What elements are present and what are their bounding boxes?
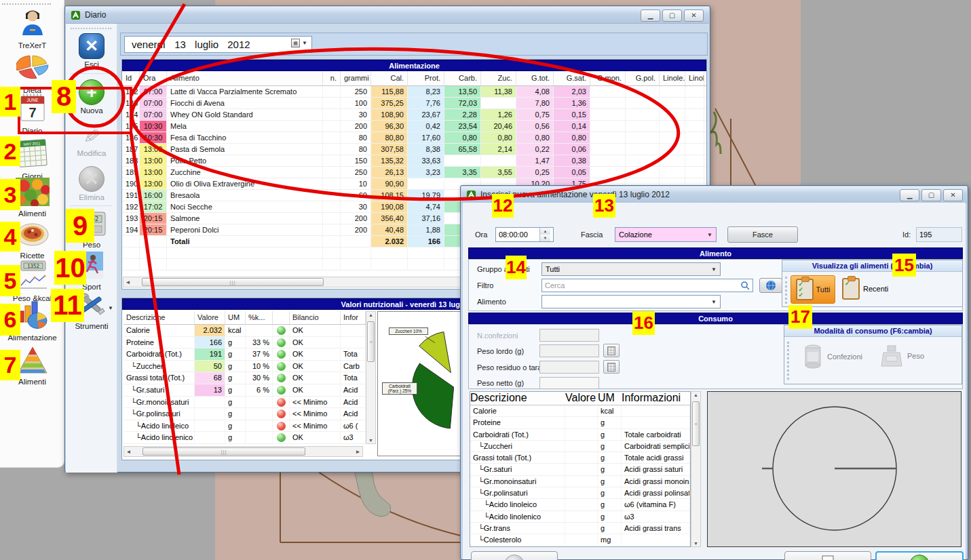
web-search-button[interactable] — [759, 278, 782, 293]
table-row[interactable]: 18307:00Fiocchi di Avena100375,257,7672,… — [122, 98, 706, 109]
app-logo-icon — [71, 10, 81, 20]
scroll-left-arrow[interactable]: ◄ — [123, 279, 132, 285]
table-cell: g — [225, 420, 246, 432]
print-button[interactable] — [784, 551, 871, 560]
date-picker[interactable]: venerdì 13 luglio 2012 ▦ ▼ — [124, 36, 312, 53]
table-row[interactable]: └Gr.polinsaturig<< MinimoAcid — [123, 408, 366, 420]
visualizza-tutti-button[interactable]: ✓✓✓ Tutti — [791, 275, 835, 304]
table-cell — [660, 109, 685, 120]
diario-titlebar[interactable]: Diario ▁ ▢ ✕ — [66, 7, 709, 24]
calendar-dropdown-button[interactable]: ▦ ▼ — [291, 39, 307, 47]
table-row[interactable]: └Gr.monoinsaturig<< MinimoAcid — [123, 397, 366, 409]
search-input[interactable]: Cerca — [541, 279, 753, 292]
table-row[interactable]: └Acido linoleicogω6 (vitamina F) — [470, 499, 690, 511]
table-row[interactable]: 18813:00Pollo Petto150135,3233,631,470,3… — [122, 155, 706, 167]
gruppo-alimenti-select[interactable]: Tutti ▼ — [541, 262, 721, 276]
scroll-up-arrow[interactable]: ▲ — [691, 393, 700, 397]
scroll-thumb[interactable]: ≡ — [692, 401, 700, 446]
confirm-button[interactable]: ✓ — [875, 551, 964, 560]
valori-header-row[interactable]: DescrizioneValoreUM%k...BilancioInfor — [123, 311, 366, 325]
peso-residuo-input[interactable] — [539, 361, 599, 374]
table-row[interactable]: 18610:30Fesa di Tacchino8080,8017,600,80… — [122, 132, 706, 144]
dialog-titlebar[interactable]: Inserisci nuova alimentazione venerdì 13… — [461, 186, 967, 203]
scroll-up-arrow[interactable]: ▲ — [366, 313, 375, 317]
table-row[interactable]: 18713:00Pasta di Semola80307,588,3865,58… — [122, 144, 706, 155]
table-row[interactable]: Grassi totali (Tot.)68g30 %OKTota — [123, 372, 366, 384]
table-row[interactable]: └Gr.polinsaturigAcidi grassi polinsaturi — [470, 487, 690, 499]
scroll-thumb[interactable]: ≡ — [367, 321, 375, 362]
table-cell: 1,88 — [408, 224, 444, 235]
scroll-down-arrow[interactable]: ▼ — [366, 438, 375, 443]
calendar-icon: ▦ — [291, 39, 300, 47]
table-cell: g — [598, 429, 622, 440]
table-row[interactable]: └Gr.saturi13g6 %OKAcid — [123, 384, 366, 397]
modalita-confezioni-button[interactable]: Confezioni — [803, 344, 862, 369]
table-row[interactable]: Calorie2.032kcalOK — [123, 325, 366, 337]
scroll-left-arrow[interactable]: ◄ — [124, 449, 133, 455]
table-cell: Acidi grassi polinsaturi — [622, 487, 690, 498]
nutrition-vscrollbar[interactable]: ▲ ≡ ▼ — [691, 391, 701, 547]
elimina-button[interactable]: ✕ Elimina — [66, 166, 117, 201]
table-row[interactable]: 18510:30Mela20096,300,4223,5420,460,560,… — [122, 121, 706, 132]
peso-lordo-calc-button[interactable] — [603, 344, 620, 357]
table-row[interactable]: Proteine166g33 %OK — [123, 337, 366, 349]
table-row[interactable]: Carboidrati (Tot.)191g37 %OKTota — [123, 348, 366, 361]
toolbar-drag-handle — [71, 28, 111, 29]
table-row[interactable]: └Gr.saturigAcidi grassi saturi — [470, 464, 690, 475]
table-cell: 190 — [122, 178, 140, 189]
strumenti-dropdown-arrow[interactable]: ▼ — [108, 305, 113, 311]
scroll-right-arrow[interactable]: ► — [354, 449, 362, 455]
peso-netto-input[interactable] — [539, 377, 599, 389]
table-row[interactable]: 18407:00Whey ON Gold Standard30108,9023,… — [122, 109, 706, 121]
table-row[interactable]: 18207:00Latte di Vacca Parzialmente Scre… — [122, 86, 706, 98]
back-button[interactable]: ◀ — [471, 551, 558, 560]
table-row[interactable]: Caloriekcal — [470, 405, 690, 417]
table-row[interactable]: └Gr.transgAcidi grassi trans — [470, 523, 690, 534]
sidebar-item-label: TreXerT — [18, 41, 47, 49]
fasce-button[interactable]: Fasce — [727, 226, 798, 243]
maximize-button[interactable]: ▢ — [662, 9, 682, 22]
minimize-button[interactable]: ▁ — [641, 9, 660, 22]
fascia-select[interactable]: Colazione ▼ — [615, 227, 717, 242]
table-cell: 0,80 — [554, 132, 590, 143]
valori-vscrollbar[interactable]: ▲ ≡ ▼ — [366, 311, 376, 444]
peso-lordo-input[interactable] — [539, 344, 599, 357]
table-row[interactable]: └Acido linoleicog<< Minimoω6 ( — [123, 420, 366, 433]
visualizza-recenti-button[interactable]: ✓ Recenti — [842, 278, 888, 300]
table-row[interactable]: └Acido linolenicogω3 — [470, 511, 690, 523]
esci-button[interactable]: ✕ Esci — [66, 33, 117, 68]
peso-residuo-calc-button[interactable] — [603, 360, 620, 374]
table-row[interactable]: └Colesterolomg — [470, 534, 690, 546]
table-row[interactable]: └ZuccherigCarboidrati semplici — [470, 441, 690, 452]
table-row[interactable]: Grassi totali (Tot.)gTotale acidi grassi — [470, 452, 690, 464]
alimento-select[interactable]: ▼ — [541, 295, 721, 308]
time-spinner-buttons[interactable]: ▲▼ — [539, 228, 550, 241]
table-cell — [273, 337, 290, 348]
maximize-button[interactable]: ▢ — [921, 189, 941, 201]
alimentazione-header-row[interactable]: IdOraAlimenton.grammiCal.Prot.Carb.Zuc.G… — [122, 71, 706, 86]
scroll-down-arrow[interactable]: ▼ — [691, 541, 700, 546]
ora-spinner[interactable]: 08:00:00 ▲▼ — [495, 227, 554, 242]
n-confezioni-input[interactable] — [539, 329, 599, 342]
valori-hscrollbar[interactable]: ◄ ||| ► — [123, 446, 363, 457]
table-row[interactable]: Proteineg — [470, 417, 690, 428]
scroll-thumb[interactable]: ||| — [142, 278, 324, 286]
close-button[interactable]: ✕ — [684, 9, 704, 22]
minimize-button[interactable]: ▁ — [900, 189, 919, 201]
table-cell: Totale acidi grassi — [622, 452, 690, 463]
table-row[interactable]: └Zuccheri50g10 %OKCarb — [123, 361, 366, 373]
table-row[interactable]: 18913:00Zucchine25026,133,233,353,550,25… — [122, 167, 706, 178]
scroll-thumb[interactable]: ||| — [142, 447, 305, 456]
table-cell: 375,25 — [371, 98, 408, 108]
sidebar-item-trexert[interactable]: TreXerT — [0, 7, 64, 49]
table-cell: 19,79 — [408, 190, 444, 201]
table-cell — [323, 109, 341, 120]
table-row[interactable]: Carboidrati (Tot.)gTotale carboidrati — [470, 429, 690, 441]
modalita-peso-button[interactable]: Peso — [881, 344, 924, 367]
close-button[interactable]: ✕ — [943, 189, 963, 201]
table-cell: n. — [323, 71, 341, 85]
table-row[interactable]: └Acido linolenicogOKω3 — [123, 432, 366, 444]
modifica-button[interactable]: ✎ Modifica — [66, 124, 117, 157]
nutrition-header-row[interactable]: DescrizioneValoreUMInformazioni — [470, 392, 690, 405]
table-row[interactable]: └Gr.monoinsaturigAcidi grassi monoins... — [470, 476, 690, 487]
